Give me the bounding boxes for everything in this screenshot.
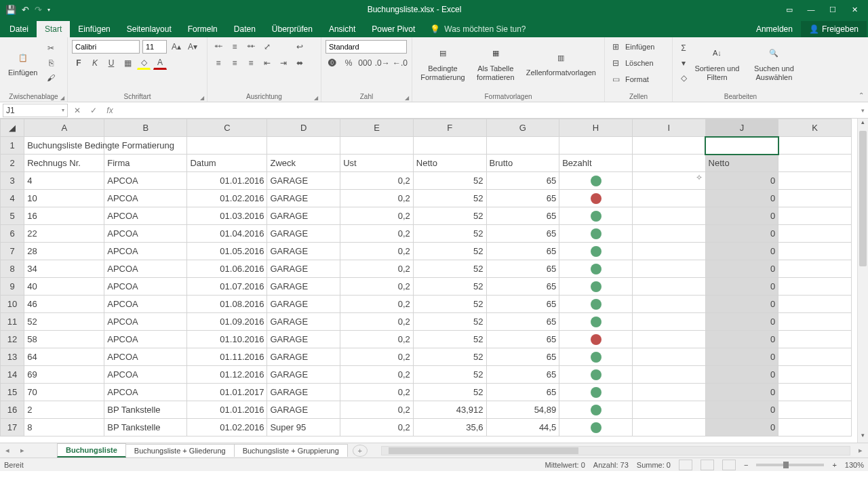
formula-input[interactable]: [118, 104, 857, 117]
hscroll-thumb[interactable]: [389, 447, 578, 454]
row-header-6[interactable]: 6: [1, 225, 24, 243]
cell-G3[interactable]: 65: [486, 172, 559, 190]
cell-J5[interactable]: 0: [705, 207, 778, 225]
row-header-16[interactable]: 16: [1, 401, 24, 419]
format-label[interactable]: Format: [625, 75, 649, 83]
cell-A5[interactable]: 16: [24, 207, 104, 225]
sheet-tab-3[interactable]: Buchungsliste + Gruppierung: [234, 444, 348, 457]
row-header-10[interactable]: 10: [1, 296, 24, 313]
col-header-G[interactable]: G: [486, 119, 559, 137]
decrease-indent-icon[interactable]: ⇤: [260, 56, 274, 70]
cell-B14[interactable]: APCOA: [104, 366, 187, 384]
fill-icon[interactable]: ▾: [677, 56, 690, 70]
font-color-icon[interactable]: A: [153, 56, 167, 70]
hscroll-right-icon[interactable]: ▸: [853, 446, 868, 455]
col-header-E[interactable]: E: [340, 119, 414, 137]
cell-G1[interactable]: [486, 137, 559, 155]
align-center-icon[interactable]: ≡: [228, 56, 241, 70]
col-header-D[interactable]: D: [267, 119, 340, 137]
cell-A17[interactable]: 8: [24, 419, 104, 436]
cell-A6[interactable]: 22: [24, 225, 104, 243]
cell-D5[interactable]: GARAGE: [267, 207, 340, 225]
underline-button[interactable]: U: [104, 56, 118, 70]
bold-button[interactable]: F: [72, 56, 85, 70]
cell-J12[interactable]: 0: [705, 331, 778, 348]
expand-formula-icon[interactable]: ▾: [857, 107, 868, 114]
zoom-level[interactable]: 130%: [845, 461, 864, 469]
cell-C3[interactable]: 01.01.2016: [187, 172, 267, 190]
cell-A10[interactable]: 46: [24, 296, 104, 313]
cell-A12[interactable]: 58: [24, 331, 104, 348]
scroll-down-icon[interactable]: ▾: [858, 432, 868, 443]
cell-B11[interactable]: APCOA: [104, 313, 187, 331]
cell-J8[interactable]: 0: [705, 260, 778, 278]
col-header-F[interactable]: F: [413, 119, 486, 137]
paste-button[interactable]: 📋 Einfügen: [4, 39, 41, 87]
delete-cells-icon[interactable]: ⊟: [609, 56, 623, 70]
cell-G14[interactable]: 65: [486, 366, 559, 384]
col-header-A[interactable]: A: [24, 119, 104, 137]
cell-F16[interactable]: 43,912: [413, 401, 486, 419]
cell-C17[interactable]: 01.02.2016: [187, 419, 267, 436]
cell-F4[interactable]: 52: [413, 190, 486, 207]
cell-J4[interactable]: 0: [705, 190, 778, 207]
tab-insert[interactable]: Einfügen: [70, 21, 118, 37]
cell-K7[interactable]: [778, 243, 852, 260]
cell-K11[interactable]: [778, 313, 852, 331]
cell-K3[interactable]: [778, 172, 852, 190]
cell-H12[interactable]: [559, 331, 633, 348]
cell-G2[interactable]: Brutto: [486, 155, 559, 172]
cell-G10[interactable]: 65: [486, 296, 559, 313]
cell-E11[interactable]: 0,2: [340, 313, 414, 331]
cell-K12[interactable]: [778, 331, 852, 348]
cell-G13[interactable]: 65: [486, 348, 559, 366]
cell-H3[interactable]: [559, 172, 633, 190]
number-format-select[interactable]: [326, 40, 407, 54]
cell-I16[interactable]: [632, 401, 705, 419]
cell-K10[interactable]: [778, 296, 852, 313]
cell-B7[interactable]: APCOA: [104, 243, 187, 260]
cell-F7[interactable]: 52: [413, 243, 486, 260]
cell-F17[interactable]: 35,6: [413, 419, 486, 436]
cell-G7[interactable]: 65: [486, 243, 559, 260]
zoom-slider[interactable]: [756, 464, 824, 466]
cell-K14[interactable]: [778, 366, 852, 384]
cell-I2[interactable]: [632, 155, 705, 172]
font-family-select[interactable]: [72, 40, 140, 54]
cell-F13[interactable]: 52: [413, 348, 486, 366]
cell-A16[interactable]: 2: [24, 401, 104, 419]
cell-H8[interactable]: [559, 260, 633, 278]
normal-view-icon[interactable]: [679, 460, 692, 470]
cell-E12[interactable]: 0,2: [340, 331, 414, 348]
cell-B10[interactable]: APCOA: [104, 296, 187, 313]
cell-J2[interactable]: Netto: [705, 155, 778, 172]
collapse-ribbon-icon[interactable]: ⌃: [859, 92, 864, 99]
qat-dropdown-icon[interactable]: ▾: [47, 7, 50, 13]
cell-K13[interactable]: [778, 348, 852, 366]
cell-E16[interactable]: 0,2: [340, 401, 414, 419]
cell-E6[interactable]: 0,2: [340, 225, 414, 243]
cell-D10[interactable]: GARAGE: [267, 296, 340, 313]
cell-B17[interactable]: BP Tankstelle: [104, 419, 187, 436]
zoom-thumb[interactable]: [783, 462, 789, 468]
enter-icon[interactable]: ✓: [85, 106, 102, 115]
cell-C9[interactable]: 01.07.2016: [187, 278, 267, 296]
cell-H11[interactable]: [559, 313, 633, 331]
cell-J9[interactable]: 0: [705, 278, 778, 296]
increase-indent-icon[interactable]: ⇥: [277, 56, 290, 70]
cell-A4[interactable]: 10: [24, 190, 104, 207]
fill-color-icon[interactable]: ◇: [137, 56, 151, 70]
cell-J1[interactable]: [705, 137, 778, 155]
decrease-font-icon[interactable]: A▾: [186, 40, 199, 54]
delete-label[interactable]: Löschen: [625, 59, 654, 67]
currency-icon[interactable]: 🄌: [326, 56, 339, 70]
cell-H13[interactable]: [559, 348, 633, 366]
cell-C11[interactable]: 01.09.2016: [187, 313, 267, 331]
pagebreak-view-icon[interactable]: [722, 460, 736, 470]
cell-H17[interactable]: [559, 419, 633, 436]
cell-E5[interactable]: 0,2: [340, 207, 414, 225]
cell-H14[interactable]: [559, 366, 633, 384]
cell-E8[interactable]: 0,2: [340, 260, 414, 278]
row-header-13[interactable]: 13: [1, 348, 24, 366]
vertical-scrollbar[interactable]: ▴ ▾: [857, 119, 868, 443]
